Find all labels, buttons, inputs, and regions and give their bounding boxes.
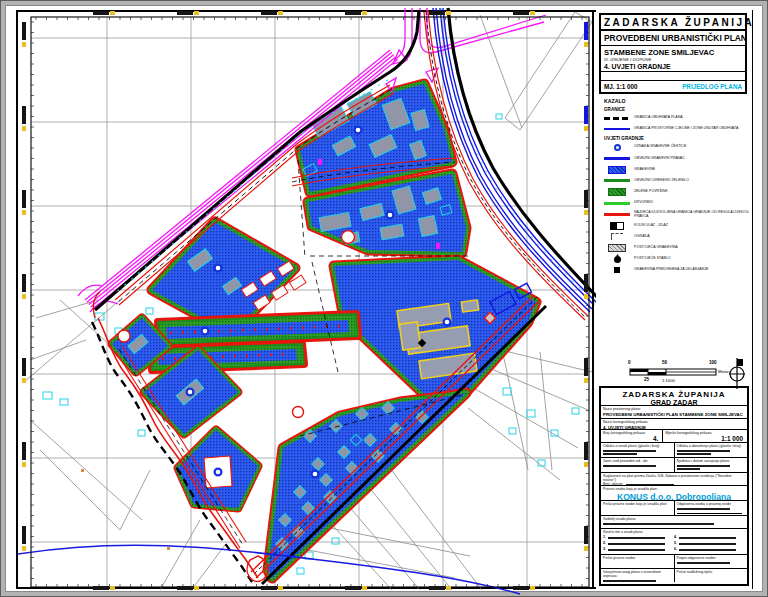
info-scale-value: 1:1 000 <box>665 435 745 442</box>
legend-item: OZNAKA GRAĐEVNE ČESTICE <box>604 143 750 151</box>
info-review-row: Javni uvid proveden od - do: Sjednica i … <box>601 457 747 472</box>
info-plan-row: Naziv prostornog plana: PROVEDBENI URBAN… <box>601 405 747 418</box>
legend-item: POSTOJEĆA GRAĐEVINA <box>604 244 750 252</box>
info-label: Pečat nadležnog tijela: <box>677 570 746 574</box>
info-sheet-number-cell: Broj kartografskog prikaza: 4. <box>601 430 662 442</box>
plan-boundary-line-icon <box>604 114 630 122</box>
legend-item: NAJVEĆA DOZVOLJENA GRANICA GRADNJE OD RE… <box>604 211 750 219</box>
info-label: Naziv kartografskog prikaza: <box>603 420 745 424</box>
info-label: Pravna osoba koja je izradila plan: <box>603 487 745 491</box>
info-sheet-row: Naziv kartografskog prikaza: 4. UVJETI G… <box>601 418 747 429</box>
scale-status-row: MJ. 1:1 000 PRIJEDLOG PLANA <box>601 81 745 92</box>
parcel-marker-icon <box>604 143 630 151</box>
info-firm-row: Pravna osoba koja je izradila plan: KONU… <box>601 485 747 500</box>
amendment-note: III. IZMJENE I DOPUNE <box>604 57 742 62</box>
building-line-icon <box>604 155 630 163</box>
panel-divider <box>592 10 594 589</box>
info-value: PROVEDBENI URBANISTIČKI PLAN STAMBENE ZO… <box>603 412 745 417</box>
scale-tick-25: 25 <box>644 377 649 382</box>
info-label: Istovjetnost ovog plana s izvornikom ovj… <box>603 570 672 578</box>
info-label: Pečat pravne osobe koja je izradila plan… <box>603 502 672 506</box>
team-number: 1. <box>603 535 606 539</box>
legend-label: GRAĐEVINE <box>634 168 655 172</box>
north-arrow <box>729 358 745 389</box>
green-line-icon <box>604 177 630 185</box>
existing-building-icon <box>604 244 630 252</box>
team-number: 5. <box>674 541 677 545</box>
info-signature: Potpis odgovorne osobe: <box>674 555 748 568</box>
scale-ratio: 1:1000 <box>662 378 675 383</box>
title-spacer <box>601 72 745 81</box>
legend-label: GRANICA OBUHVATA PLANA <box>634 116 683 120</box>
legend-item: OBVEZNI GRAĐEVNI PRAVAC <box>604 155 750 163</box>
info-decisions-row: Odluka o izradi plana (glasilo i broj): … <box>601 442 747 457</box>
regulation-line-icon <box>604 211 630 219</box>
legend-label: OZNAKA GRAĐEVNE ČESTICE <box>634 145 686 149</box>
legend-label: OBVEZNI GRAĐEVNI PRAVAC <box>634 157 685 161</box>
team-number: 4. <box>674 535 677 539</box>
info-seal-responsible-row: Pečat pravne osobe koja je izradila plan… <box>601 500 747 515</box>
info-leader-row: Voditelj izrade plana: <box>601 515 747 528</box>
legend-item: KOLNI ULAZ - IZLAZ <box>604 222 750 230</box>
info-verify: Istovjetnost ovog plana s izvornikom ovj… <box>601 569 674 582</box>
info-label: Odluka o izradi plana (glasilo i broj): <box>603 444 672 448</box>
removal-building-icon <box>604 266 630 274</box>
plan-sheet-page: ZADARSKA ŽUPANIJA PROVEDBENI URBANISTIČK… <box>0 0 768 597</box>
team-number: 2. <box>603 541 606 545</box>
legend-item: OGRADA <box>604 233 750 241</box>
legend-label: POSTOJEĆA GRAĐEVINA <box>634 246 678 250</box>
tree-row-line-icon <box>604 199 630 207</box>
info-team-row: Stručni tim u izradi plana: 1. 2. 3. 4. … <box>601 528 747 554</box>
info-seal: Pečat pravne osobe: <box>601 555 674 568</box>
scale-tick-50: 50 <box>662 360 667 365</box>
legend-label: ZELENE POVRŠINE <box>634 190 668 194</box>
fence-symbol-icon <box>604 233 630 241</box>
legend-label: OBVEZNO UREĐENO ZELENILO <box>634 179 689 183</box>
driveway-entry-icon <box>604 222 630 230</box>
info-label: Potpis odgovorne osobe: <box>677 556 746 560</box>
legend-item: GRAĐEVINE <box>604 166 750 174</box>
info-firm-seal: Pečat pravne osobe koja je izradila plan… <box>601 501 674 515</box>
legend-item: ZELENE POVRŠINE <box>604 188 750 196</box>
legend-label: NAJVEĆA DOZVOLJENA GRANICA GRADNJE OD RE… <box>634 211 750 219</box>
legend-item: OBVEZNO UREĐENO ZELENILO <box>604 177 750 185</box>
info-label: Odluka o donošenju plana (glasilo i broj… <box>677 444 746 448</box>
zone-boundary-line-icon <box>604 125 630 133</box>
info-sheet-number: 4. <box>603 435 660 442</box>
info-decision-pub: Odluka o donošenju plana (glasilo i broj… <box>674 443 748 457</box>
info-authority-seal: Pečat nadležnog tijela: <box>674 569 748 582</box>
plan-title: PROVEDBENI URBANISTIČKI PLAN <box>601 31 745 46</box>
scale-tick-100: 100 <box>709 360 717 365</box>
building-area-icon <box>604 166 630 174</box>
info-review: Javni uvid proveden od - do: <box>601 458 674 472</box>
scale-tick-0: 0 <box>628 360 631 365</box>
map-scale: MJ. 1:1 000 <box>604 83 638 90</box>
scale-unit: Metara <box>718 369 731 374</box>
info-number-scale-row: Broj kartografskog prikaza: 4. Mjerilo k… <box>601 429 747 442</box>
info-label: Suglasnost na plan prema članku 108. Zak… <box>603 474 745 482</box>
team-number: 6. <box>674 547 677 551</box>
legend-title: KAZALO <box>604 98 750 104</box>
info-header: ZADARSKA ŽUPANIJA GRAD ZADAR <box>601 388 747 405</box>
info-scale-cell: Mjerilo kartografskog prikaza: 1:1 000 <box>662 430 747 442</box>
info-label: Javni uvid proveden od - do: <box>603 459 672 463</box>
team-column-right: 4. 5. 6. <box>674 535 745 554</box>
info-label: Stručni tim u izradi plana: <box>603 530 745 534</box>
info-session: Sjednica i datum usvajanja plana: <box>674 458 748 472</box>
side-panel: ZADARSKA ŽUPANIJA PROVEDBENI URBANISTIČK… <box>596 10 752 589</box>
firm-name: KONUS d.o.o. Dobropoljana <box>603 492 745 500</box>
legend-label: OGRADA <box>634 235 650 239</box>
legend-heading-uvjeti: UVJETI GRADNJE <box>604 136 750 141</box>
title-block: ZADARSKA ŽUPANIJA PROVEDBENI URBANISTIČK… <box>599 13 747 94</box>
info-verify-row: Istovjetnost ovog plana s izvornikom ovj… <box>601 568 747 582</box>
info-label: Naziv prostornog plana: <box>603 407 745 411</box>
info-label: Pečat pravne osobe: <box>603 556 672 560</box>
info-decision-made: Odluka o izradi plana (glasilo i broj): <box>601 443 674 457</box>
zone-title: STAMBENE ZONE SMILJEVAC <box>604 48 742 57</box>
legend-item: DRVOREDI <box>604 199 750 207</box>
team-number: 3. <box>603 547 606 551</box>
info-consent-row: Suglasnost na plan prema članku 108. Zak… <box>601 472 747 485</box>
county-title: ZADARSKA ŽUPANIJA <box>601 15 745 31</box>
info-label: Odgovorna osoba u pravnoj osobi: <box>677 502 746 506</box>
legend: KAZALO GRANICE GRANICA OBUHVATA PLANA GR… <box>604 98 750 278</box>
